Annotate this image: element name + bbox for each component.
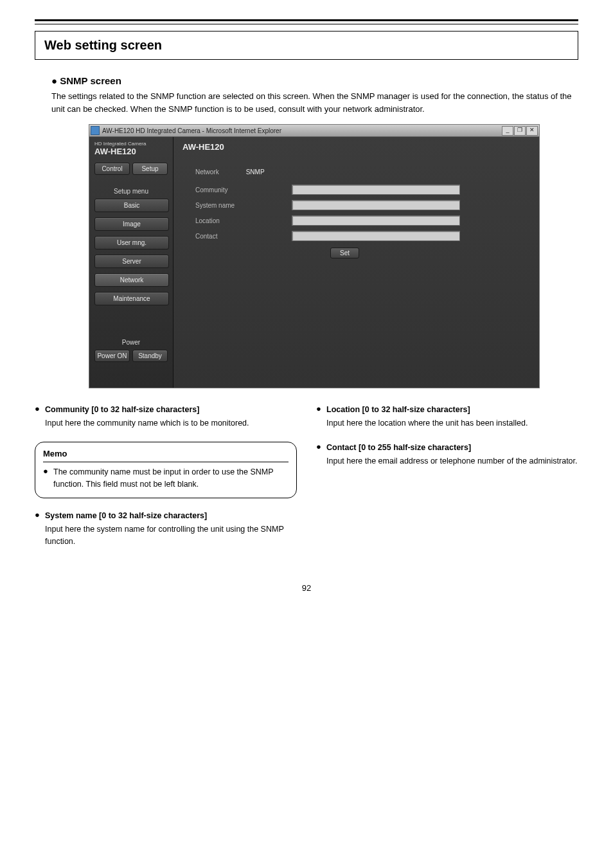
input-contact[interactable]	[292, 231, 460, 241]
input-system-name[interactable]	[292, 200, 460, 210]
power-on-button[interactable]: Power ON	[94, 350, 130, 362]
sidebar-item-basic[interactable]: Basic	[94, 199, 169, 212]
page-title: Web setting screen	[35, 31, 578, 60]
desc-system-name: ● System name [0 to 32 half-size charact…	[35, 510, 297, 548]
page-number: 92	[35, 583, 578, 593]
close-button[interactable]: ✕	[526, 126, 538, 136]
snmp-lead: The settings related to the SNMP functio…	[35, 90, 578, 119]
window-title: AW-HE120 HD Integrated Camera - Microsof…	[102, 127, 502, 134]
sidebar-item-maintenance[interactable]: Maintenance	[94, 292, 169, 305]
memo-body: The community name must be input in orde…	[53, 466, 289, 491]
brand-small: HD Integrated Camera	[94, 141, 168, 147]
minimize-button[interactable]: _	[502, 126, 513, 136]
brand-large: AW-HE120	[94, 147, 168, 156]
desc-contact: ● Contact [0 to 255 half-size characters…	[316, 442, 578, 468]
standby-button[interactable]: Standby	[132, 350, 168, 362]
setup-button[interactable]: Setup	[132, 163, 168, 175]
input-community[interactable]	[292, 185, 460, 195]
snmp-heading: ● SNMP screen	[35, 75, 578, 86]
sidebar: HD Integrated Camera AW-HE120 Control Se…	[89, 137, 173, 388]
ie-icon	[91, 126, 100, 135]
tab-snmp[interactable]: SNMP	[246, 168, 265, 176]
desc-location: ● Location [0 to 32 half-size characters…	[316, 404, 578, 430]
maximize-button[interactable]: ❐	[514, 126, 526, 136]
main-panel: AW-HE120 Network SNMP Community System n…	[173, 137, 539, 388]
sidebar-item-network[interactable]: Network	[94, 273, 169, 287]
memo-box: Memo ● The community name must be input …	[35, 442, 297, 498]
label-community: Community	[195, 186, 292, 194]
power-label: Power	[94, 339, 168, 346]
desc-community: ● Community [0 to 32 half-size character…	[35, 404, 297, 430]
set-button[interactable]: Set	[330, 248, 359, 258]
memo-heading: Memo	[43, 448, 289, 462]
label-location: Location	[195, 217, 292, 224]
input-location[interactable]	[292, 215, 460, 226]
setup-menu-label: Setup menu	[94, 188, 168, 195]
tab-network[interactable]: Network	[195, 168, 219, 176]
label-contact: Contact	[195, 233, 292, 240]
ie-window: AW-HE120 HD Integrated Camera - Microsof…	[89, 124, 540, 388]
main-title: AW-HE120	[182, 142, 533, 152]
window-titlebar: AW-HE120 HD Integrated Camera - Microsof…	[89, 125, 539, 137]
sidebar-item-image[interactable]: Image	[94, 217, 169, 231]
label-system-name: System name	[195, 202, 292, 209]
control-button[interactable]: Control	[94, 163, 130, 175]
